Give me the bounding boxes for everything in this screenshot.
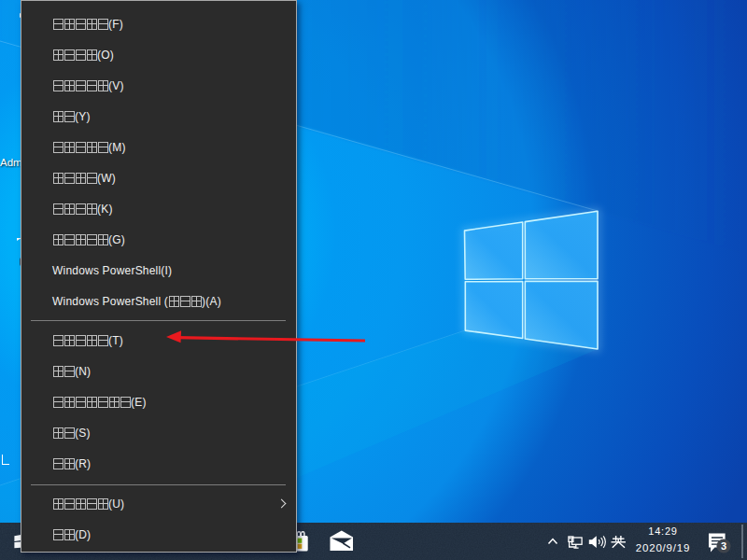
svg-text:3: 3	[721, 540, 726, 552]
